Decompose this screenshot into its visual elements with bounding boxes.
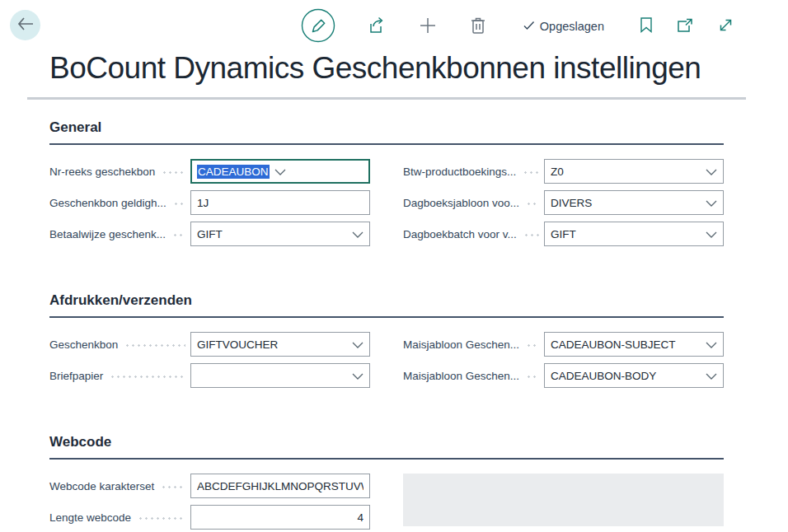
geschenkbon-rapport-input[interactable]: GIFTVOUCHER <box>190 332 370 357</box>
input-value: GIFT <box>551 228 701 240</box>
field-briefpapier: Briefpapier <box>49 363 370 388</box>
input-value: CADEAUBON-SUBJECT <box>551 338 701 351</box>
nr-reeks-geschekbon-input[interactable]: CADEAUBON <box>190 159 370 184</box>
chevron-down-icon[interactable] <box>352 228 364 240</box>
field-nr-reeks-geschekbon: Nr-reeks geschekbon CADEAUBON <box>49 159 370 184</box>
dotted-leader <box>160 169 185 177</box>
input-value: 1J <box>197 197 364 209</box>
dotted-leader <box>171 200 185 208</box>
dotted-leader <box>159 483 185 492</box>
save-status: Opgeslagen <box>523 20 604 33</box>
field-label: Geschenkbon <box>49 338 118 351</box>
section-general: General Nr-reeks geschekbon CADEAUBON Ge… <box>49 119 724 246</box>
field-label: Briefpapier <box>49 370 103 382</box>
chevron-down-icon[interactable] <box>706 370 717 382</box>
page-content: BoCount Dynamics Geschenkbonnen instelli… <box>0 51 788 530</box>
chevron-down-icon[interactable] <box>352 338 364 351</box>
field-mailsjabloon-body: Maisjabloon Geschen... CADEAUBON-BODY <box>403 363 724 388</box>
dotted-leader <box>524 373 539 381</box>
open-in-new-button[interactable] <box>673 15 697 39</box>
field-label: Betaalwijze geschenk... <box>49 228 166 240</box>
betaalwijze-geschenkbon-input[interactable]: GIFT <box>190 222 370 246</box>
input-value: CADEAUBON-BODY <box>551 370 701 382</box>
section-afdrukken-verzenden: Afdrukken/verzenden Geschenkbon GIFTVOUC… <box>49 292 724 388</box>
dagboekbatch-input[interactable]: GIFT <box>544 222 724 246</box>
field-geschenkbon-geldigheid: Geschenkbon geldigh... 1J <box>49 190 370 215</box>
chevron-down-icon[interactable] <box>274 166 286 178</box>
dagboeksjabloon-input[interactable]: DIVERS <box>544 190 724 215</box>
expand-icon <box>718 17 734 35</box>
share-icon <box>367 16 387 38</box>
chevron-down-icon[interactable] <box>706 338 717 351</box>
input-value: GIFT <box>197 228 347 240</box>
share-button[interactable] <box>364 12 390 41</box>
field-label: Dagboeksjabloon voo... <box>403 197 519 209</box>
expand-button[interactable] <box>715 14 737 39</box>
field-dagboekbatch: Dagboekbatch voor v... GIFT <box>403 222 724 246</box>
top-toolbar: Opgeslagen <box>0 0 788 53</box>
input-value: CADEAUBON <box>197 165 270 179</box>
chevron-down-icon[interactable] <box>706 166 717 178</box>
field-betaalwijze-geschenkbon: Betaalwijze geschenk... GIFT <box>49 222 370 246</box>
input-value: 4 <box>197 511 364 524</box>
dotted-leader <box>522 231 539 240</box>
field-webcode-karakterset: Webcode karakterset ABCDEFGHIJKLMNOPQRST… <box>49 474 370 498</box>
dotted-leader <box>171 231 185 240</box>
dotted-leader <box>524 200 539 208</box>
open-in-new-icon <box>677 18 693 35</box>
field-label: Nr-reeks geschekbon <box>49 166 155 178</box>
input-value: GIFTVOUCHER <box>197 338 347 351</box>
edit-button[interactable] <box>298 5 339 49</box>
section-webcode: Webcode Webcode karakterset ABCDEFGHIJKL… <box>49 434 724 530</box>
delete-button[interactable] <box>466 12 490 41</box>
chevron-down-icon[interactable] <box>706 228 717 240</box>
bookmark-button[interactable] <box>637 14 655 39</box>
lengte-webcode-input[interactable]: 4 <box>190 505 370 530</box>
toolbar-right-zone: Opgeslagen <box>523 0 737 53</box>
field-geschenkbon-rapport: Geschenkbon GIFTVOUCHER <box>49 332 370 357</box>
briefpapier-input[interactable] <box>190 363 370 388</box>
input-value: Z0 <box>551 166 701 178</box>
field-label: Webcode karakterset <box>49 480 154 492</box>
chevron-down-icon[interactable] <box>352 370 364 382</box>
field-mailsjabloon-subject: Maisjabloon Geschen... CADEAUBON-SUBJECT <box>403 332 724 357</box>
field-label: Lengte webcode <box>49 511 131 524</box>
field-btw-productboekingsgroep: Btw-productboekings... Z0 <box>403 159 724 184</box>
field-dagboeksjabloon: Dagboeksjabloon voo... DIVERS <box>403 190 724 215</box>
dotted-leader <box>123 342 185 350</box>
geschenkbon-geldigheid-input[interactable]: 1J <box>190 190 370 215</box>
field-label: Geschenkbon geldigh... <box>49 197 167 209</box>
section-general-title[interactable]: General <box>49 119 724 145</box>
title-divider <box>27 97 746 100</box>
webcode-preview-box <box>403 474 724 526</box>
field-label: Maisjabloon Geschen... <box>403 338 519 351</box>
mailsjabloon-body-input[interactable]: CADEAUBON-BODY <box>544 363 724 388</box>
delete-icon <box>469 16 487 38</box>
input-value: DIVERS <box>551 197 701 209</box>
dotted-leader <box>524 342 539 350</box>
field-label: Maisjabloon Geschen... <box>403 370 519 382</box>
bookmark-icon <box>640 17 652 35</box>
page-title: BoCount Dynamics Geschenkbonnen instelli… <box>49 51 724 86</box>
edit-icon <box>301 8 335 45</box>
btw-productboekingsgroep-input[interactable]: Z0 <box>544 159 724 184</box>
mailsjabloon-subject-input[interactable]: CADEAUBON-SUBJECT <box>544 332 724 357</box>
input-value: ABCDEFGHIJKLMNOPQRSTUVWXY <box>197 480 364 492</box>
field-lengte-webcode: Lengte webcode 4 <box>49 505 370 530</box>
chevron-down-icon[interactable] <box>706 197 717 209</box>
dotted-leader <box>136 515 185 523</box>
add-icon <box>418 16 438 38</box>
add-button[interactable] <box>415 12 441 41</box>
section-webcode-title[interactable]: Webcode <box>49 434 724 460</box>
dotted-leader <box>521 169 539 177</box>
field-label: Dagboekbatch voor v... <box>403 228 517 240</box>
save-status-label: Opgeslagen <box>540 20 604 33</box>
webcode-karakterset-input[interactable]: ABCDEFGHIJKLMNOPQRSTUVWXY <box>190 474 370 498</box>
section-afdrukken-title[interactable]: Afdrukken/verzenden <box>49 292 724 318</box>
dotted-leader <box>108 373 185 381</box>
field-label: Btw-productboekings... <box>403 166 516 178</box>
check-icon <box>523 20 535 33</box>
